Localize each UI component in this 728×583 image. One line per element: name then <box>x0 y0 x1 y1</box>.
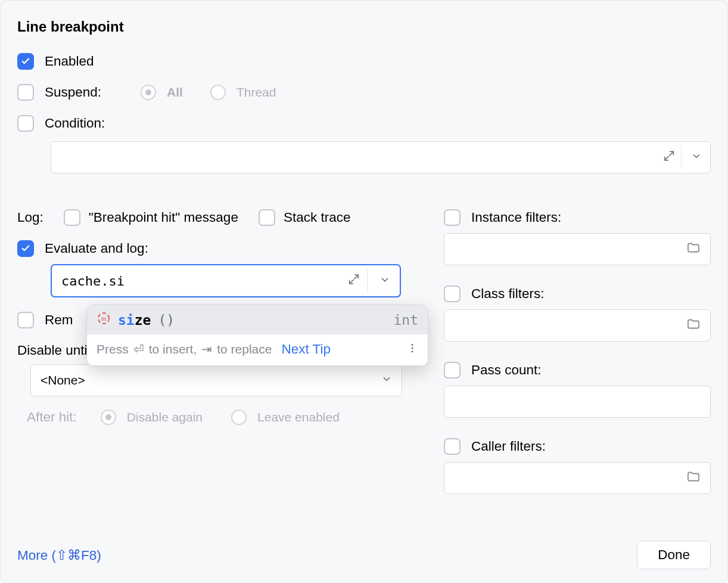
more-link[interactable]: More (⇧⌘F8) <box>17 547 101 563</box>
after-hit-row: After hit: Disable again Leave enabled <box>27 410 434 425</box>
condition-label: Condition: <box>45 116 105 131</box>
log-bphit-checkbox[interactable] <box>64 209 80 226</box>
svg-text:m: m <box>101 315 107 322</box>
done-button[interactable]: Done <box>637 541 711 569</box>
instance-filters-row: Instance filters: <box>444 209 711 226</box>
eval-row: Evaluate and log: <box>17 240 434 257</box>
pass-count-label: Pass count: <box>471 362 542 378</box>
autocomplete-item-size[interactable]: m size() int <box>87 305 428 334</box>
kebab-icon[interactable] <box>406 342 418 357</box>
svg-point-4 <box>412 351 413 352</box>
class-filters-checkbox[interactable] <box>444 286 461 302</box>
caller-filters-checkbox[interactable] <box>444 438 461 455</box>
after-hit-disable-label: Disable again <box>127 410 203 424</box>
folder-icon[interactable] <box>686 317 701 334</box>
enabled-checkbox[interactable] <box>17 53 34 70</box>
chevron-down-icon[interactable] <box>379 274 390 289</box>
expand-icon[interactable] <box>347 273 360 289</box>
suggestion-return-type: int <box>393 312 418 328</box>
autocomplete-popup: m size() int Press ⏎ to insert, ⇥ to rep… <box>86 305 428 366</box>
caller-filters-label: Caller filters: <box>471 439 546 454</box>
class-filters-row: Class filters: <box>444 286 711 302</box>
caller-filters-row: Caller filters: <box>444 438 711 455</box>
folder-icon[interactable] <box>686 470 701 487</box>
suggestion-rest: ze <box>135 312 151 328</box>
enter-key-icon: ⏎ <box>133 342 144 356</box>
enabled-row: Enabled <box>17 53 711 70</box>
chevron-down-icon <box>381 373 392 387</box>
svg-point-3 <box>412 347 413 349</box>
svg-point-2 <box>412 343 413 345</box>
condition-row: Condition: <box>17 115 711 132</box>
class-filters-input[interactable] <box>444 309 711 342</box>
panel-title: Line breakpoint <box>17 18 711 35</box>
eval-input[interactable]: cache.si <box>51 264 401 297</box>
condition-input[interactable] <box>51 141 711 173</box>
tab-key-icon: ⇥ <box>201 342 212 356</box>
instance-filters-checkbox[interactable] <box>444 209 461 226</box>
eval-value: cache.si <box>61 274 125 289</box>
check-icon <box>20 56 31 67</box>
log-stack-label: Stack trace <box>284 210 351 225</box>
after-hit-label: After hit: <box>27 410 77 425</box>
pass-count-row: Pass count: <box>444 362 711 379</box>
suspend-row: Suspend: All Thread <box>17 84 711 101</box>
next-tip-link[interactable]: Next Tip <box>281 342 331 357</box>
class-filters-label: Class filters: <box>471 286 545 302</box>
log-stack-checkbox[interactable] <box>259 209 275 226</box>
folder-icon[interactable] <box>686 241 701 258</box>
suspend-checkbox[interactable] <box>17 84 34 101</box>
hint-prefix: Press <box>97 342 129 356</box>
eval-label: Evaluate and log: <box>45 241 148 256</box>
instance-filters-input[interactable] <box>444 233 711 265</box>
caller-filters-input[interactable] <box>444 462 711 494</box>
suggestion-match: si <box>118 312 135 328</box>
right-column: Instance filters: Class filters: Pass co… <box>444 209 711 514</box>
after-hit-leave-label: Leave enabled <box>257 410 340 424</box>
suspend-all-label: All <box>167 85 183 100</box>
hint-mid: to insert, <box>149 342 197 356</box>
disable-until-select[interactable]: <None> <box>30 364 402 396</box>
suspend-thread-label: Thread <box>237 85 276 100</box>
breakpoint-panel: Line breakpoint Enabled Suspend: All Thr… <box>0 0 728 583</box>
remove-label: Rem <box>45 312 73 328</box>
suspend-thread-radio[interactable] <box>210 85 226 100</box>
autocomplete-footer: Press ⏎ to insert, ⇥ to replace Next Tip <box>87 334 428 365</box>
suggestion-parens: () <box>158 312 175 328</box>
log-bphit-label: "Breakpoint hit" message <box>89 210 238 225</box>
log-label: Log: <box>17 210 43 225</box>
method-icon: m <box>97 311 111 328</box>
suspend-label: Suspend: <box>45 85 101 100</box>
suspend-all-radio[interactable] <box>141 85 156 100</box>
footer: More (⇧⌘F8) Done <box>17 541 711 569</box>
disable-until-value: <None> <box>41 373 85 387</box>
instance-filters-label: Instance filters: <box>471 210 561 225</box>
eval-checkbox[interactable] <box>17 240 34 257</box>
enabled-label: Enabled <box>45 54 94 69</box>
remove-checkbox[interactable] <box>17 312 34 328</box>
check-icon <box>20 243 31 254</box>
chevron-down-icon[interactable] <box>691 150 702 165</box>
pass-count-checkbox[interactable] <box>444 362 461 379</box>
after-hit-leave-radio[interactable] <box>231 410 247 425</box>
pass-count-input[interactable] <box>444 386 711 418</box>
after-hit-disable-radio[interactable] <box>101 410 116 425</box>
hint-end: to replace <box>217 342 272 356</box>
condition-checkbox[interactable] <box>17 115 34 132</box>
expand-icon[interactable] <box>662 150 676 166</box>
log-row: Log: "Breakpoint hit" message Stack trac… <box>17 209 434 226</box>
